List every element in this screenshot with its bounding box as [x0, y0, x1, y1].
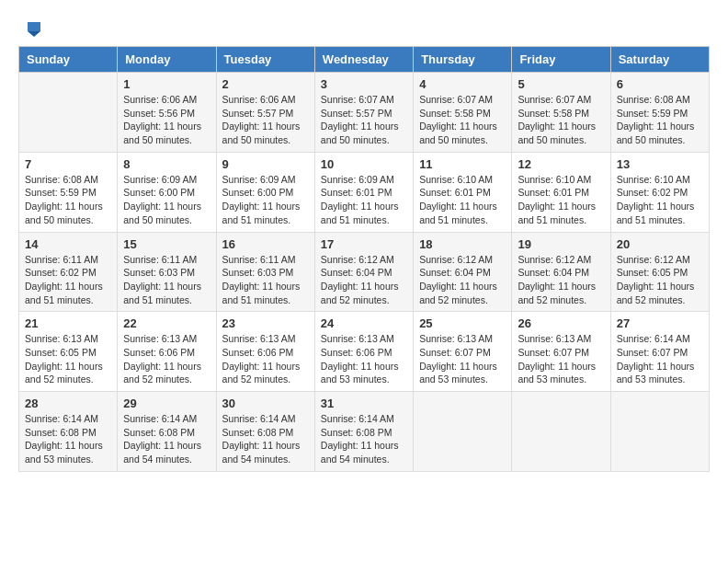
day-number: 24 — [321, 316, 407, 330]
calendar-cell: 21Sunrise: 6:13 AM Sunset: 6:05 PM Dayli… — [19, 312, 118, 392]
header-cell-thursday: Thursday — [414, 47, 512, 73]
day-info: Sunrise: 6:13 AM Sunset: 6:07 PM Dayligh… — [518, 332, 604, 386]
day-number: 28 — [25, 396, 111, 410]
day-number: 29 — [123, 396, 210, 410]
calendar-cell: 6Sunrise: 6:08 AM Sunset: 5:59 PM Daylig… — [610, 73, 709, 153]
calendar-cell: 29Sunrise: 6:14 AM Sunset: 6:08 PM Dayli… — [118, 392, 216, 472]
day-info: Sunrise: 6:14 AM Sunset: 6:08 PM Dayligh… — [123, 412, 210, 466]
day-info: Sunrise: 6:13 AM Sunset: 6:06 PM Dayligh… — [123, 332, 210, 386]
day-number: 15 — [123, 237, 210, 251]
calendar-cell: 1Sunrise: 6:06 AM Sunset: 5:56 PM Daylig… — [118, 73, 216, 153]
day-number: 21 — [25, 316, 111, 330]
calendar-cell: 20Sunrise: 6:12 AM Sunset: 6:05 PM Dayli… — [610, 232, 709, 312]
logo — [18, 18, 42, 37]
calendar-cell — [610, 392, 709, 472]
day-info: Sunrise: 6:14 AM Sunset: 6:08 PM Dayligh… — [222, 412, 309, 466]
calendar-cell: 2Sunrise: 6:06 AM Sunset: 5:57 PM Daylig… — [216, 73, 314, 153]
calendar-cell: 22Sunrise: 6:13 AM Sunset: 6:06 PM Dayli… — [118, 312, 216, 392]
logo-icon — [20, 18, 42, 40]
day-number: 5 — [518, 77, 604, 91]
week-row-1: 7Sunrise: 6:08 AM Sunset: 5:59 PM Daylig… — [19, 152, 710, 232]
day-info: Sunrise: 6:07 AM Sunset: 5:57 PM Dayligh… — [321, 93, 407, 147]
day-number: 2 — [222, 77, 309, 91]
header-cell-monday: Monday — [118, 47, 216, 73]
day-info: Sunrise: 6:08 AM Sunset: 5:59 PM Dayligh… — [25, 173, 111, 227]
header-cell-friday: Friday — [512, 47, 610, 73]
day-number: 13 — [617, 157, 703, 171]
header-row: SundayMondayTuesdayWednesdayThursdayFrid… — [19, 47, 710, 73]
calendar-cell: 24Sunrise: 6:13 AM Sunset: 6:06 PM Dayli… — [314, 312, 413, 392]
calendar-cell: 12Sunrise: 6:10 AM Sunset: 6:01 PM Dayli… — [512, 152, 610, 232]
calendar-cell: 11Sunrise: 6:10 AM Sunset: 6:01 PM Dayli… — [414, 152, 512, 232]
calendar-cell: 19Sunrise: 6:12 AM Sunset: 6:04 PM Dayli… — [512, 232, 610, 312]
calendar-cell: 25Sunrise: 6:13 AM Sunset: 6:07 PM Dayli… — [414, 312, 512, 392]
calendar-cell: 9Sunrise: 6:09 AM Sunset: 6:00 PM Daylig… — [216, 152, 314, 232]
day-info: Sunrise: 6:12 AM Sunset: 6:04 PM Dayligh… — [321, 253, 407, 307]
calendar-cell: 8Sunrise: 6:09 AM Sunset: 6:00 PM Daylig… — [118, 152, 216, 232]
calendar-cell — [19, 73, 118, 153]
header-cell-sunday: Sunday — [19, 47, 118, 73]
calendar-body: 1Sunrise: 6:06 AM Sunset: 5:56 PM Daylig… — [19, 73, 710, 472]
calendar-cell — [414, 392, 512, 472]
week-row-2: 14Sunrise: 6:11 AM Sunset: 6:02 PM Dayli… — [19, 232, 710, 312]
calendar-cell: 14Sunrise: 6:11 AM Sunset: 6:02 PM Dayli… — [19, 232, 118, 312]
calendar-cell: 28Sunrise: 6:14 AM Sunset: 6:08 PM Dayli… — [19, 392, 118, 472]
day-number: 30 — [222, 396, 309, 410]
week-row-3: 21Sunrise: 6:13 AM Sunset: 6:05 PM Dayli… — [19, 312, 710, 392]
day-number: 14 — [25, 237, 111, 251]
day-info: Sunrise: 6:12 AM Sunset: 6:04 PM Dayligh… — [419, 253, 506, 307]
day-info: Sunrise: 6:08 AM Sunset: 5:59 PM Dayligh… — [617, 93, 703, 147]
day-info: Sunrise: 6:11 AM Sunset: 6:03 PM Dayligh… — [222, 253, 309, 307]
day-number: 11 — [419, 157, 506, 171]
day-number: 17 — [321, 237, 407, 251]
day-number: 27 — [617, 316, 703, 330]
day-info: Sunrise: 6:07 AM Sunset: 5:58 PM Dayligh… — [518, 93, 604, 147]
day-number: 8 — [123, 157, 210, 171]
svg-marker-0 — [28, 22, 40, 31]
day-number: 16 — [222, 237, 309, 251]
day-info: Sunrise: 6:14 AM Sunset: 6:07 PM Dayligh… — [617, 332, 703, 386]
calendar-cell: 4Sunrise: 6:07 AM Sunset: 5:58 PM Daylig… — [414, 73, 512, 153]
day-number: 12 — [518, 157, 604, 171]
day-info: Sunrise: 6:14 AM Sunset: 6:08 PM Dayligh… — [321, 412, 407, 466]
day-info: Sunrise: 6:09 AM Sunset: 6:00 PM Dayligh… — [123, 173, 210, 227]
day-number: 7 — [25, 157, 111, 171]
day-number: 3 — [321, 77, 407, 91]
week-row-4: 28Sunrise: 6:14 AM Sunset: 6:08 PM Dayli… — [19, 392, 710, 472]
calendar-cell: 16Sunrise: 6:11 AM Sunset: 6:03 PM Dayli… — [216, 232, 314, 312]
day-number: 6 — [617, 77, 703, 91]
calendar-cell — [512, 392, 610, 472]
page-header — [18, 18, 710, 37]
day-number: 22 — [123, 316, 210, 330]
day-info: Sunrise: 6:12 AM Sunset: 6:04 PM Dayligh… — [518, 253, 604, 307]
day-info: Sunrise: 6:13 AM Sunset: 6:06 PM Dayligh… — [222, 332, 309, 386]
calendar-cell: 3Sunrise: 6:07 AM Sunset: 5:57 PM Daylig… — [314, 73, 413, 153]
day-number: 23 — [222, 316, 309, 330]
day-info: Sunrise: 6:06 AM Sunset: 5:56 PM Dayligh… — [123, 93, 210, 147]
day-info: Sunrise: 6:10 AM Sunset: 6:02 PM Dayligh… — [617, 173, 703, 227]
calendar-cell: 7Sunrise: 6:08 AM Sunset: 5:59 PM Daylig… — [19, 152, 118, 232]
calendar-cell: 18Sunrise: 6:12 AM Sunset: 6:04 PM Dayli… — [414, 232, 512, 312]
day-info: Sunrise: 6:11 AM Sunset: 6:03 PM Dayligh… — [123, 253, 210, 307]
week-row-0: 1Sunrise: 6:06 AM Sunset: 5:56 PM Daylig… — [19, 73, 710, 153]
day-info: Sunrise: 6:10 AM Sunset: 6:01 PM Dayligh… — [518, 173, 604, 227]
header-cell-saturday: Saturday — [610, 47, 709, 73]
day-number: 26 — [518, 316, 604, 330]
day-number: 18 — [419, 237, 506, 251]
day-info: Sunrise: 6:13 AM Sunset: 6:07 PM Dayligh… — [419, 332, 506, 386]
day-info: Sunrise: 6:14 AM Sunset: 6:08 PM Dayligh… — [25, 412, 111, 466]
calendar-cell: 10Sunrise: 6:09 AM Sunset: 6:01 PM Dayli… — [314, 152, 413, 232]
day-info: Sunrise: 6:13 AM Sunset: 6:05 PM Dayligh… — [25, 332, 111, 386]
calendar-cell: 30Sunrise: 6:14 AM Sunset: 6:08 PM Dayli… — [216, 392, 314, 472]
day-info: Sunrise: 6:07 AM Sunset: 5:58 PM Dayligh… — [419, 93, 506, 147]
calendar-header: SundayMondayTuesdayWednesdayThursdayFrid… — [19, 47, 710, 73]
calendar-cell: 23Sunrise: 6:13 AM Sunset: 6:06 PM Dayli… — [216, 312, 314, 392]
calendar-cell: 26Sunrise: 6:13 AM Sunset: 6:07 PM Dayli… — [512, 312, 610, 392]
calendar-table: SundayMondayTuesdayWednesdayThursdayFrid… — [18, 46, 710, 472]
calendar-cell: 13Sunrise: 6:10 AM Sunset: 6:02 PM Dayli… — [610, 152, 709, 232]
day-number: 19 — [518, 237, 604, 251]
calendar-cell: 31Sunrise: 6:14 AM Sunset: 6:08 PM Dayli… — [314, 392, 413, 472]
day-number: 20 — [617, 237, 703, 251]
day-info: Sunrise: 6:13 AM Sunset: 6:06 PM Dayligh… — [321, 332, 407, 386]
calendar-cell: 27Sunrise: 6:14 AM Sunset: 6:07 PM Dayli… — [610, 312, 709, 392]
